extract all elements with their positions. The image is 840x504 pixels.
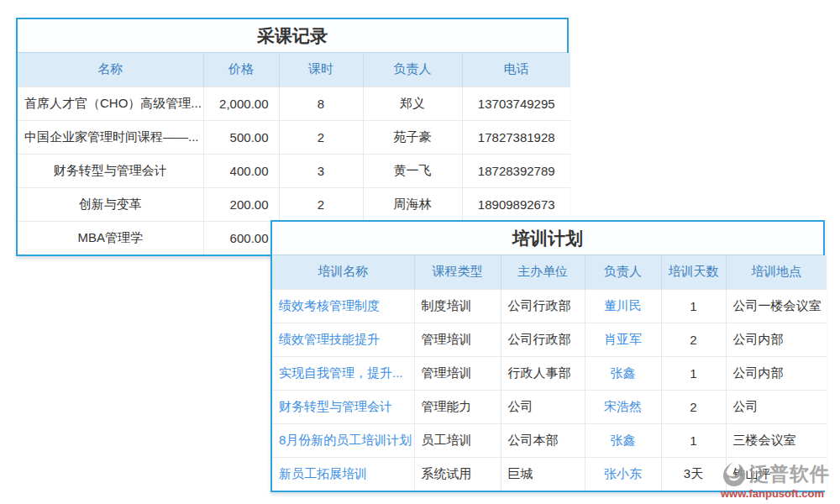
cell: 黄一飞 bbox=[363, 154, 462, 187]
table-row: 首席人才官（CHO）高级管理...2,000.008郑义13703749295 bbox=[18, 87, 570, 120]
cell: 行政人事部 bbox=[501, 356, 585, 390]
cell-link[interactable]: 绩效管理技能提升 bbox=[272, 323, 414, 356]
cell-link[interactable]: 张鑫 bbox=[585, 356, 661, 390]
column-header: 培训天数 bbox=[661, 255, 726, 289]
cell: 公司内部 bbox=[726, 323, 827, 356]
cell: 公司内部 bbox=[726, 356, 827, 390]
column-header: 培训地点 bbox=[726, 255, 827, 289]
column-header: 课时 bbox=[279, 53, 363, 87]
column-header: 负责人 bbox=[585, 255, 661, 289]
cell-link[interactable]: 新员工拓展培训 bbox=[272, 457, 414, 491]
column-header: 主办单位 bbox=[501, 255, 585, 289]
cell: 管理培训 bbox=[414, 356, 501, 390]
column-header: 负责人 bbox=[363, 53, 462, 87]
cell: 公司行政部 bbox=[501, 323, 585, 356]
cell: 中国企业家管理时间课程——... bbox=[18, 120, 203, 154]
table-row: 8月份新的员工培训计划员工培训公司本部张鑫1三楼会议室 bbox=[272, 423, 827, 457]
cell: 公司一楼会议室 bbox=[726, 289, 827, 323]
cell: 8 bbox=[279, 87, 363, 120]
cell-link[interactable]: 肖亚军 bbox=[585, 323, 661, 356]
cell-link[interactable]: 8月份新的员工培训计划 bbox=[272, 423, 414, 457]
cell: 600.00 bbox=[203, 221, 279, 255]
table-row: 绩效考核管理制度制度培训公司行政部董川民1公司一楼会议室 bbox=[272, 289, 827, 323]
cell-link[interactable]: 张小东 bbox=[585, 457, 661, 491]
purchase-records-title: 采课记录 bbox=[18, 19, 567, 53]
training-plan-title: 培训计划 bbox=[272, 222, 823, 255]
cell: 2 bbox=[661, 390, 726, 423]
cell-link[interactable]: 财务转型与管理会计 bbox=[272, 390, 414, 423]
column-header: 名称 bbox=[18, 53, 203, 87]
column-header: 电话 bbox=[462, 53, 570, 87]
cell: MBA管理学 bbox=[18, 221, 203, 255]
training-plan-grid: 培训名称课程类型主办单位负责人培训天数培训地点 绩效考核管理制度制度培训公司行政… bbox=[272, 255, 827, 491]
cell: 3 bbox=[279, 154, 363, 187]
cell: 1 bbox=[661, 289, 726, 323]
column-header: 培训名称 bbox=[272, 255, 414, 289]
cell: 2 bbox=[279, 187, 363, 221]
table-row: 中国企业家管理时间课程——...500.002苑子豪17827381928 bbox=[18, 120, 570, 154]
cell: 1 bbox=[661, 356, 726, 390]
cell: 财务转型与管理会计 bbox=[18, 154, 203, 187]
cell: 系统试用 bbox=[414, 457, 501, 491]
cell: 巨城 bbox=[501, 457, 585, 491]
training-plan-table: 培训计划 培训名称课程类型主办单位负责人培训天数培训地点 绩效考核管理制度制度培… bbox=[270, 220, 825, 492]
cell: 200.00 bbox=[203, 187, 279, 221]
cell: 3天 bbox=[661, 457, 726, 491]
cell: 三楼会议室 bbox=[726, 423, 827, 457]
table-row: 财务转型与管理会计400.003黄一飞18728392789 bbox=[18, 154, 570, 187]
table-row: 绩效管理技能提升管理培训公司行政部肖亚军2公司内部 bbox=[272, 323, 827, 356]
cell: 公司 bbox=[726, 390, 827, 423]
header-row: 培训名称课程类型主办单位负责人培训天数培训地点 bbox=[272, 255, 827, 289]
cell-link[interactable]: 宋浩然 bbox=[585, 390, 661, 423]
cell: 制度培训 bbox=[414, 289, 501, 323]
cell: 周海林 bbox=[363, 187, 462, 221]
cell-link[interactable]: 实现自我管理，提升... bbox=[272, 356, 414, 390]
cell: 2 bbox=[279, 120, 363, 154]
cell: 500.00 bbox=[203, 120, 279, 154]
cell: 郑义 bbox=[363, 87, 462, 120]
table-row: 财务转型与管理会计管理能力公司宋浩然2公司 bbox=[272, 390, 827, 423]
watermark-brand: 泛普软件 bbox=[749, 465, 830, 484]
table-row: 实现自我管理，提升...管理培训行政人事部张鑫1公司内部 bbox=[272, 356, 827, 390]
cell: 400.00 bbox=[203, 154, 279, 187]
fanpu-logo-icon bbox=[721, 460, 748, 487]
column-header: 价格 bbox=[203, 53, 279, 87]
watermark-url: www.fanpusoft.com bbox=[721, 488, 838, 499]
cell: 2,000.00 bbox=[203, 87, 279, 120]
cell: 创新与变革 bbox=[18, 187, 203, 221]
cell: 首席人才官（CHO）高级管理... bbox=[18, 87, 203, 120]
watermark: 泛普软件 www.fanpusoft.com bbox=[721, 460, 838, 499]
table-row: 创新与变革200.002周海林18909892673 bbox=[18, 187, 570, 221]
cell: 管理能力 bbox=[414, 390, 501, 423]
cell: 苑子豪 bbox=[363, 120, 462, 154]
cell: 2 bbox=[661, 323, 726, 356]
cell: 18728392789 bbox=[462, 154, 570, 187]
column-header: 课程类型 bbox=[414, 255, 501, 289]
cell-link[interactable]: 张鑫 bbox=[585, 423, 661, 457]
cell-link[interactable]: 绩效考核管理制度 bbox=[272, 289, 414, 323]
cell-link[interactable]: 董川民 bbox=[585, 289, 661, 323]
cell: 1 bbox=[661, 423, 726, 457]
cell: 18909892673 bbox=[462, 187, 570, 221]
cell: 公司本部 bbox=[501, 423, 585, 457]
cell: 公司 bbox=[501, 390, 585, 423]
cell: 17827381928 bbox=[462, 120, 570, 154]
cell: 管理培训 bbox=[414, 323, 501, 356]
cell: 13703749295 bbox=[462, 87, 570, 120]
page-canvas: 采课记录 名称价格课时负责人电话 首席人才官（CHO）高级管理...2,000.… bbox=[0, 0, 840, 504]
cell: 员工培训 bbox=[414, 423, 501, 457]
header-row: 名称价格课时负责人电话 bbox=[18, 53, 570, 87]
cell: 公司行政部 bbox=[501, 289, 585, 323]
